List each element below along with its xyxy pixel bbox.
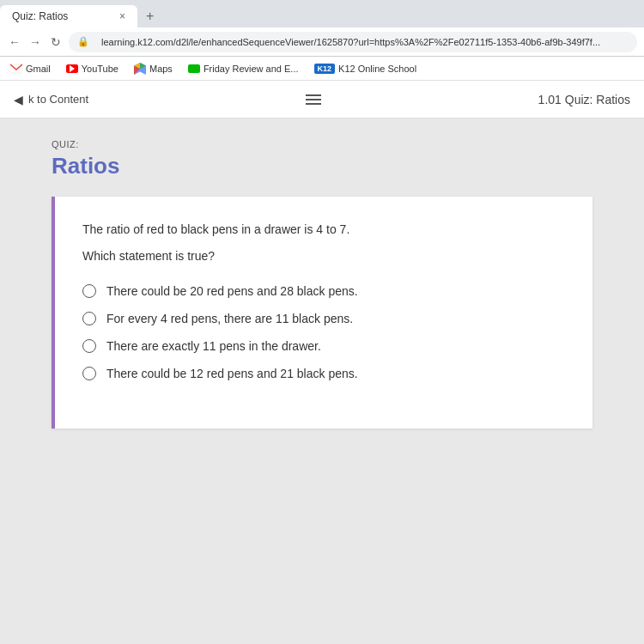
quiz-topbar: ◀ k to Content 1.01 Quiz: Ratios — [0, 81, 644, 118]
back-button[interactable]: ← — [7, 34, 22, 50]
question-text: The ratio of red to black pens in a draw… — [82, 221, 565, 239]
new-tab-button[interactable]: + — [137, 5, 162, 27]
question-sub: Which statement is true? — [82, 247, 565, 265]
bookmark-youtube[interactable]: YouTube — [63, 62, 122, 76]
quiz-title-topbar: 1.01 Quiz: Ratios — [538, 93, 630, 106]
radio-1[interactable] — [82, 284, 96, 298]
answer-option-3[interactable]: There are exactly 11 pens in the drawer. — [82, 339, 565, 353]
refresh-button[interactable]: ↻ — [48, 34, 64, 50]
radio-3[interactable] — [82, 339, 96, 353]
active-tab[interactable]: Quiz: Ratios × — [0, 5, 137, 27]
question-card: The ratio of red to black pens in a draw… — [52, 197, 592, 428]
answer-option-4[interactable]: There could be 12 red pens and 21 black … — [82, 367, 565, 380]
answer-option-2[interactable]: For every 4 red pens, there are 11 black… — [82, 312, 565, 325]
tab-bar: Quiz: Ratios × + — [0, 0, 644, 27]
option-text-4: There could be 12 red pens and 21 black … — [106, 367, 358, 380]
address-input[interactable] — [91, 32, 629, 52]
bookmark-friday-label: Friday Review and E... — [204, 64, 299, 74]
hamburger-line-2 — [306, 99, 321, 100]
browser-chrome: Quiz: Ratios × + ← → ↻ 🔒 Gmail — [0, 0, 644, 81]
hamburger-line-1 — [306, 94, 321, 96]
maps-icon — [134, 63, 146, 75]
bookmark-youtube-label: YouTube — [82, 64, 118, 74]
quiz-heading: Ratios — [52, 153, 592, 179]
hamburger-line-3 — [306, 103, 321, 105]
youtube-icon — [66, 64, 78, 73]
bookmark-maps-label: Maps — [149, 64, 173, 74]
back-to-content-label: k to Content — [28, 93, 88, 106]
option-text-3: There are exactly 11 pens in the drawer. — [106, 339, 321, 353]
page-content: ◀ k to Content 1.01 Quiz: Ratios QUIZ: R… — [0, 81, 644, 644]
bookmark-friday[interactable]: Friday Review and E... — [185, 62, 302, 76]
back-arrow-icon: ◀ — [14, 93, 23, 106]
gmail-icon — [10, 63, 22, 75]
hamburger-menu-button[interactable] — [302, 91, 325, 108]
k12-badge-icon: K12 — [314, 64, 336, 74]
quiz-label: QUIZ: — [52, 139, 592, 149]
radio-2[interactable] — [82, 312, 96, 325]
bookmarks-bar: Gmail YouTube Maps Friday Review and E..… — [0, 57, 644, 81]
tab-close-button[interactable]: × — [119, 10, 125, 22]
option-text-1: There could be 20 red pens and 28 black … — [106, 284, 358, 298]
radio-4[interactable] — [82, 367, 96, 380]
forward-button[interactable]: → — [27, 34, 43, 50]
quiz-main: QUIZ: Ratios The ratio of red to black p… — [0, 118, 644, 449]
bookmark-k12-label: K12 Online School — [338, 64, 416, 74]
bookmark-k12[interactable]: K12 K12 Online School — [311, 62, 421, 76]
back-to-content-button[interactable]: ◀ k to Content — [14, 93, 88, 106]
option-text-2: For every 4 red pens, there are 11 black… — [106, 312, 353, 325]
friday-icon — [188, 64, 200, 73]
lock-icon: 🔒 — [77, 36, 89, 47]
address-bar-row: ← → ↻ 🔒 — [0, 27, 644, 57]
bookmark-maps[interactable]: Maps — [131, 61, 176, 76]
bookmark-gmail[interactable]: Gmail — [7, 61, 54, 76]
answer-option-1[interactable]: There could be 20 red pens and 28 black … — [82, 284, 565, 298]
bookmark-gmail-label: Gmail — [26, 64, 51, 74]
tab-title: Quiz: Ratios — [12, 10, 68, 22]
